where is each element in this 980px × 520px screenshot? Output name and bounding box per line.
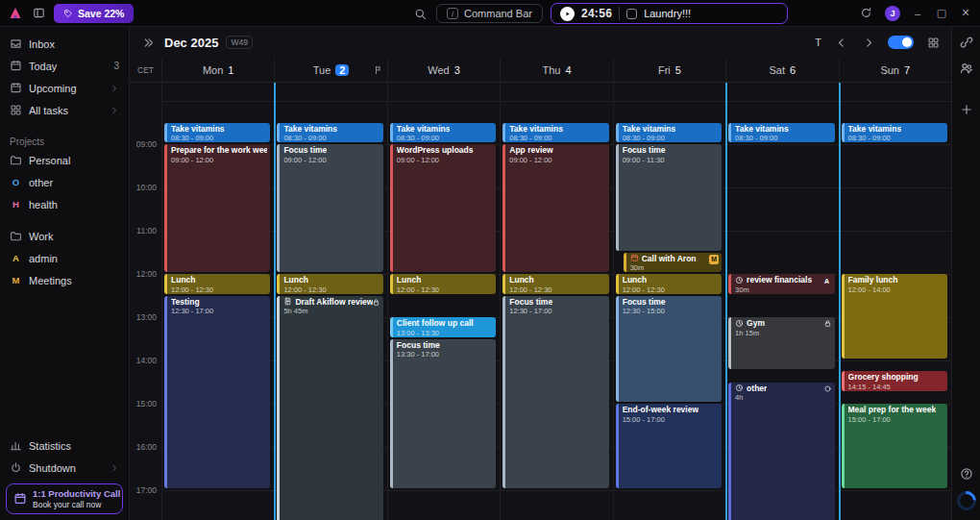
event-grocery-shopping[interactable]: Grocery shopping14:15 - 14:45 bbox=[842, 371, 947, 391]
sidebar-item-today[interactable]: Today3 bbox=[0, 55, 129, 77]
event-call-with-aron[interactable]: Call with Aron30mM bbox=[624, 253, 722, 273]
project-item-work[interactable]: Work bbox=[0, 225, 129, 247]
project-item-meetings[interactable]: MMeetings bbox=[0, 269, 129, 291]
event-prepare-for-the-work-week[interactable]: Prepare for the work week09:00 - 12:00 bbox=[164, 144, 270, 272]
event-title-row: End-of-week review bbox=[623, 405, 719, 415]
event-client-follow-up-call[interactable]: Client follow up call13:00 - 13:30 bbox=[390, 317, 496, 337]
event-end-of-week-review[interactable]: End-of-week review15:00 - 17:00 bbox=[616, 404, 722, 488]
day-header-thu[interactable]: Thu4 bbox=[500, 58, 612, 82]
minimize-button[interactable]: – bbox=[911, 8, 924, 19]
sidebar-item-statistics[interactable]: Statistics bbox=[0, 434, 129, 457]
event-lunch[interactable]: Lunch12:00 - 12:30 bbox=[277, 274, 382, 294]
event-take-vitamins[interactable]: Take vitamins08:30 - 09:00 bbox=[390, 123, 496, 143]
event-time: 30m bbox=[735, 285, 831, 294]
day-column-mon[interactable]: Take vitamins08:30 - 09:00Prepare for th… bbox=[161, 83, 274, 520]
event-title: Focus time bbox=[397, 340, 440, 351]
day-number: 7 bbox=[904, 64, 910, 76]
clock-icon bbox=[735, 384, 744, 392]
event-take-vitamins[interactable]: Take vitamins08:30 - 09:00 bbox=[616, 123, 722, 143]
event-lunch[interactable]: Lunch12:00 - 12:30 bbox=[502, 274, 608, 294]
event-meal-prep-for-the-week[interactable]: Meal prep for the week15:00 - 17:00 bbox=[842, 404, 947, 488]
sidebar-item-shutdown[interactable]: Shutdown bbox=[0, 457, 129, 479]
project-item-health[interactable]: Hhealth bbox=[0, 193, 129, 215]
sidebar-toggle-icon[interactable] bbox=[30, 5, 47, 22]
day-header-fri[interactable]: Fri5 bbox=[613, 58, 725, 82]
event-title-row: Gym bbox=[735, 318, 831, 329]
event-focus-time[interactable]: Focus time12:30 - 17:00 bbox=[502, 296, 608, 489]
link-icon[interactable] bbox=[958, 34, 975, 51]
event-gym[interactable]: Gym1h 15m bbox=[728, 317, 834, 369]
double-chevron-icon[interactable] bbox=[139, 34, 157, 51]
event-other[interactable]: other4h bbox=[728, 383, 834, 520]
event-take-vitamins[interactable]: Take vitamins08:30 - 09:00 bbox=[842, 123, 947, 143]
sidebar-item-label: All tasks bbox=[29, 105, 103, 116]
event-lunch[interactable]: Lunch12:00 - 12:30 bbox=[164, 274, 270, 294]
close-button[interactable]: ✕ bbox=[959, 7, 972, 19]
event-lunch[interactable]: Lunch12:00 - 12:30 bbox=[390, 274, 496, 294]
sync-icon[interactable] bbox=[857, 5, 874, 22]
event-family-lunch[interactable]: Family lunch12:00 - 14:00 bbox=[842, 274, 947, 359]
sidebar-item-inbox[interactable]: Inbox bbox=[0, 33, 129, 55]
focus-timer-pill[interactable]: 24:56 Laundry!!! bbox=[551, 3, 788, 24]
event-review-financials[interactable]: review financials30mA bbox=[728, 274, 834, 294]
project-item-other[interactable]: Oother bbox=[0, 171, 129, 193]
day-columns: Take vitamins08:30 - 09:00Prepare for th… bbox=[161, 83, 951, 520]
project-item-label: health bbox=[29, 199, 119, 210]
next-week-icon[interactable] bbox=[860, 34, 877, 51]
event-app-review[interactable]: App review09:00 - 12:00 bbox=[502, 144, 608, 272]
add-icon[interactable] bbox=[958, 101, 975, 118]
view-toggle[interactable] bbox=[888, 36, 914, 49]
day-column-sat[interactable]: Take vitamins08:30 - 09:00review financi… bbox=[725, 83, 838, 520]
event-title-row: Focus time bbox=[509, 297, 605, 308]
day-column-thu[interactable]: Take vitamins08:30 - 09:00App review09:0… bbox=[500, 83, 612, 520]
lock-icon bbox=[823, 319, 832, 328]
day-header-sun[interactable]: Sun7 bbox=[839, 58, 951, 82]
event-title-row: Call with Aron bbox=[630, 254, 719, 264]
event-take-vitamins[interactable]: Take vitamins08:30 - 09:00 bbox=[164, 123, 270, 143]
day-column-sun[interactable]: Take vitamins08:30 - 09:00Family lunch12… bbox=[839, 83, 951, 520]
sidebar-item-upcoming[interactable]: Upcoming bbox=[0, 77, 129, 99]
event-title: End-of-week review bbox=[623, 405, 698, 415]
event-take-vitamins[interactable]: Take vitamins08:30 - 09:00 bbox=[502, 123, 608, 143]
day-column-tue[interactable]: Take vitamins08:30 - 09:00Focus time09:0… bbox=[274, 83, 386, 520]
event-draft-akiflow-review[interactable]: Draft Akiflow review5h 45m bbox=[277, 296, 382, 520]
search-icon[interactable] bbox=[411, 5, 429, 22]
day-header-mon[interactable]: Mon1 bbox=[161, 58, 274, 82]
today-button[interactable]: T bbox=[815, 37, 821, 48]
event-title: Take vitamins bbox=[509, 124, 563, 135]
day-column-fri[interactable]: Take vitamins08:30 - 09:00Focus time09:0… bbox=[613, 83, 725, 520]
maximize-button[interactable]: ▢ bbox=[935, 7, 948, 19]
help-icon[interactable] bbox=[958, 465, 975, 483]
event-title: other bbox=[747, 384, 767, 394]
task-checkbox[interactable] bbox=[626, 9, 637, 19]
event-focus-time[interactable]: Focus time13:30 - 17:00 bbox=[390, 339, 496, 489]
item-count: 3 bbox=[113, 61, 119, 71]
prev-week-icon[interactable] bbox=[832, 34, 849, 51]
project-item-admin[interactable]: Aadmin bbox=[0, 247, 129, 269]
command-bar-button[interactable]: / Command Bar bbox=[436, 4, 543, 23]
promo-card[interactable]: 1:1 Productivity Call Book your call now bbox=[6, 483, 123, 514]
event-take-vitamins[interactable]: Take vitamins08:30 - 09:00 bbox=[277, 123, 382, 143]
day-header-sat[interactable]: Sat6 bbox=[725, 58, 838, 82]
loading-spinner-icon[interactable] bbox=[952, 487, 979, 514]
project-item-label: other bbox=[29, 177, 119, 188]
event-focus-time[interactable]: Focus time12:30 - 15:00 bbox=[616, 296, 722, 403]
event-title: Call with Aron bbox=[642, 254, 697, 264]
day-header-tue[interactable]: Tue2 bbox=[274, 58, 386, 82]
event-take-vitamins[interactable]: Take vitamins08:30 - 09:00 bbox=[728, 123, 834, 143]
play-icon[interactable] bbox=[560, 7, 575, 21]
avatar[interactable]: J bbox=[885, 6, 900, 21]
save-discount-button[interactable]: Save 22% bbox=[54, 4, 134, 23]
event-lunch[interactable]: Lunch12:00 - 12:30 bbox=[616, 274, 722, 294]
day-column-wed[interactable]: Take vitamins08:30 - 09:00WordPress uplo… bbox=[387, 83, 500, 520]
project-item-personal[interactable]: Personal bbox=[0, 149, 129, 171]
people-icon[interactable] bbox=[958, 60, 975, 77]
event-focus-time[interactable]: Focus time09:00 - 11:30 bbox=[616, 144, 722, 251]
event-time: 12:00 - 14:00 bbox=[848, 285, 944, 294]
event-wordpress-uploads[interactable]: WordPress uploads09:00 - 12:00 bbox=[390, 144, 496, 272]
day-header-wed[interactable]: Wed3 bbox=[387, 58, 500, 82]
grid-view-icon[interactable] bbox=[924, 34, 942, 51]
event-testing[interactable]: Testing12:30 - 17:00 bbox=[164, 296, 270, 489]
sidebar-item-all-tasks[interactable]: All tasks bbox=[0, 99, 129, 121]
event-focus-time[interactable]: Focus time09:00 - 12:00 bbox=[277, 144, 382, 272]
